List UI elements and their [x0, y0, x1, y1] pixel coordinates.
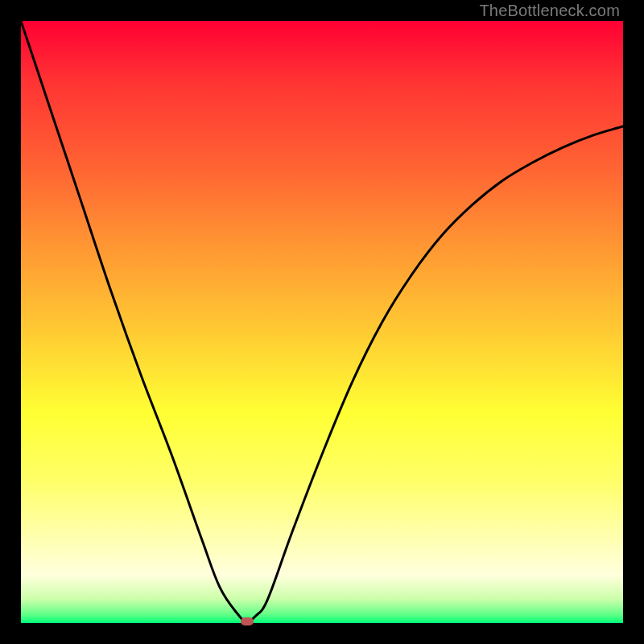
- chart-frame: TheBottleneck.com: [0, 0, 644, 644]
- watermark-text: TheBottleneck.com: [479, 2, 620, 20]
- plot-area: [21, 21, 623, 623]
- bottleneck-curve: [21, 21, 623, 623]
- optimal-marker: [241, 617, 254, 625]
